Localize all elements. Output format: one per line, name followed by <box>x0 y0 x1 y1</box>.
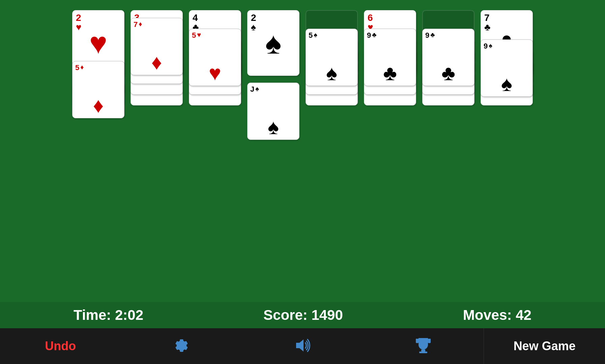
settings-button[interactable] <box>121 328 242 364</box>
card-col4-5[interactable]: 5♠♠ <box>306 29 358 86</box>
gear-icon <box>173 337 190 356</box>
game-area: 2♥♥3♦♦4♣♣2♠♠6♥♥7♣♣ 8♣5♣5♦♦K♥Q♣J♥10♠9♥8♠7… <box>0 0 605 302</box>
toolbar: Undo <box>0 328 605 364</box>
svg-rect-2 <box>419 352 427 353</box>
columns-area: 8♣5♣5♦♦K♥Q♣J♥10♠9♥8♠7♦♦10♦K♠4♠7♥6♠5♥♥J♠♠… <box>7 83 598 299</box>
column-0: 8♣5♣5♦♦ <box>72 83 124 118</box>
column-6: 4♥6♣4♦Q♠K♦9♣♣ <box>422 83 474 86</box>
card-col1-6[interactable]: 7♦♦ <box>131 18 183 75</box>
card-col7-4[interactable]: 9♠♠ <box>481 39 533 97</box>
moves-display: Moves: 42 <box>463 307 531 323</box>
card-col2-5[interactable]: 5♥♥ <box>189 29 241 86</box>
status-bar: Time: 2:02 Score: 1490 Moves: 42 <box>0 302 605 328</box>
card-col5-5[interactable]: 9♣♣ <box>364 29 416 86</box>
trophy-button[interactable] <box>363 328 484 364</box>
score-display: Score: 1490 <box>263 307 343 323</box>
trophy-icon <box>414 337 432 356</box>
column-4: 8♦Q♥8♥7♠6♦5♠♠ <box>306 83 358 86</box>
column-7: K♣Q♦J♣10♥9♠♠ <box>481 83 533 97</box>
svg-rect-1 <box>421 350 425 352</box>
new-game-button[interactable]: New Game <box>484 328 605 364</box>
column-3: J♠♠ <box>247 83 299 140</box>
card-col6-5[interactable]: 9♣♣ <box>422 29 474 86</box>
column-5: 3♥9♦3♠J♦10♣9♣♣ <box>364 83 416 86</box>
top-card-3[interactable]: 2♠♠ <box>247 10 299 76</box>
column-2: 10♦K♠4♠7♥6♠5♥♥ <box>189 83 241 86</box>
sound-icon <box>293 337 311 356</box>
svg-marker-0 <box>296 339 304 352</box>
time-display: Time: 2:02 <box>74 307 143 323</box>
card-col0-2[interactable]: 5♦♦ <box>72 61 124 118</box>
undo-label: Undo <box>45 339 76 353</box>
undo-button[interactable]: Undo <box>0 328 121 364</box>
new-game-label: New Game <box>514 339 576 353</box>
card-col3-0[interactable]: J♠♠ <box>247 83 299 140</box>
sound-button[interactable] <box>242 328 363 364</box>
